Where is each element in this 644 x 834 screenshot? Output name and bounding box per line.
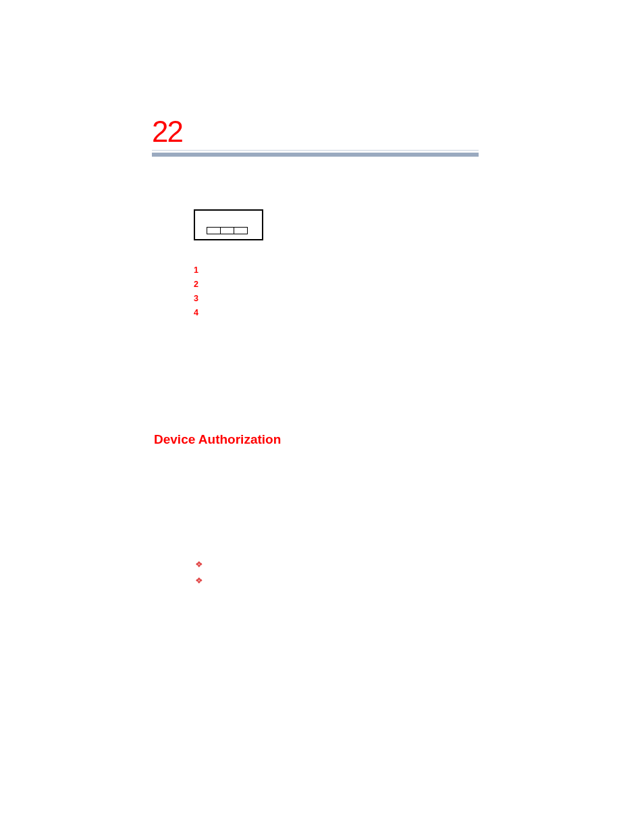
numbered-steps: 1 2 3 4 <box>194 263 198 320</box>
step-number-2: 2 <box>194 278 198 292</box>
expresscard-slots <box>207 227 247 234</box>
diamond-bullet-icon: ❖ <box>195 559 203 569</box>
step-number-3: 3 <box>194 292 198 306</box>
slot-c <box>234 227 248 234</box>
section-heading-device-authorization: Device Authorization <box>154 432 281 447</box>
step-number-4: 4 <box>194 306 198 320</box>
bullet-item: ❖ <box>195 556 203 573</box>
slot-b <box>220 227 234 234</box>
chapter-number: 22 <box>152 115 182 149</box>
rule-thick <box>152 153 479 157</box>
diamond-bullet-icon: ❖ <box>195 575 203 585</box>
slot-a <box>207 227 221 234</box>
rule-thin <box>152 150 479 151</box>
bullet-item: ❖ <box>195 573 203 589</box>
bullet-list: ❖ ❖ <box>195 556 203 589</box>
expresscard-diagram <box>194 209 263 240</box>
step-number-1: 1 <box>194 263 198 278</box>
